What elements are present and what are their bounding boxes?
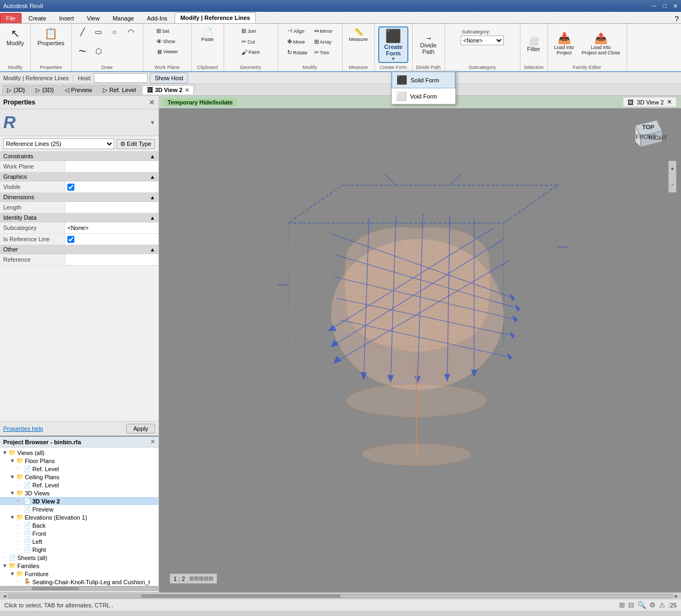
tree-item[interactable]: ▼📁Elevations (Elevation 1)	[0, 513, 158, 521]
divide-path-btn[interactable]: ⊸ Divide Path	[416, 26, 441, 63]
horizontal-scrollbar[interactable]: ◄ ►	[0, 592, 681, 599]
tree-item[interactable]: ·🪑Seating-Chair-Knoll-Tulip-Leg and Cush…	[0, 578, 158, 586]
close-btn[interactable]: ✕	[673, 3, 678, 10]
tree-item[interactable]: ·📄Left	[0, 537, 158, 545]
subcategory-select[interactable]: <None>	[461, 36, 504, 45]
tree-item[interactable]: ·📄Front	[0, 529, 158, 537]
show-workplane-btn[interactable]: 👁Show	[154, 37, 180, 46]
view-tab-preview[interactable]: ◁ Preview	[60, 85, 97, 95]
constraints-header[interactable]: Constraints ▲	[0, 152, 158, 161]
tab-modify-reference-lines[interactable]: Modify | Reference Lines	[175, 12, 256, 23]
length-value[interactable]	[65, 202, 158, 213]
tree-item[interactable]: ·📄Right	[0, 545, 158, 554]
cut-btn[interactable]: ✂Cut	[239, 37, 262, 47]
tree-item[interactable]: ·📄3D View 2	[0, 497, 158, 505]
properties-close-btn[interactable]: ✕	[149, 98, 155, 107]
viewport-close-btn[interactable]: ✕	[667, 99, 672, 106]
load-into-project-close-btn[interactable]: 📤 Load into Project and Close	[579, 26, 623, 62]
set-workplane-btn[interactable]: ⊞Set	[154, 26, 180, 36]
draw-poly-btn[interactable]: ⬡	[91, 45, 106, 58]
tree-item[interactable]: ▼📁Ceiling Plans	[0, 473, 158, 481]
edit-type-icon: ⚙	[120, 141, 126, 148]
tree-item[interactable]: ▼📁Floor Plans	[0, 457, 158, 465]
host-input[interactable]	[94, 73, 148, 83]
tab-insert[interactable]: Insert	[53, 13, 80, 23]
view-tab-3dview2[interactable]: 🖼 3D View 2 ✕	[142, 85, 194, 94]
tree-item[interactable]: ·📄Preview	[0, 505, 158, 513]
solid-form-option[interactable]: ⬛ Solid Form	[392, 72, 455, 88]
subcategory-value[interactable]: <None>	[65, 222, 158, 233]
draw-arc-btn[interactable]: ◠	[123, 26, 138, 39]
filter-btn[interactable]: ⬜ Filter	[524, 35, 544, 54]
browser-close-btn[interactable]: ✕	[150, 438, 155, 445]
view-tab-3d-2[interactable]: ▷ {3D}	[31, 85, 58, 95]
status-icon-4[interactable]: ⚙	[649, 601, 656, 609]
rotate-btn[interactable]: ↻Rotate	[284, 47, 310, 58]
status-icon-2[interactable]: ⊟	[628, 601, 634, 609]
identity-data-header[interactable]: Identity Data ▲	[0, 213, 158, 222]
tree-item[interactable]: ▼📁Furniture	[0, 570, 158, 578]
tab-create[interactable]: Create	[23, 13, 52, 23]
void-form-option[interactable]: ⬜ Void Form	[392, 88, 455, 104]
isrefline-checkbox[interactable]	[67, 236, 74, 243]
draw-line-btn[interactable]: ╱	[75, 26, 90, 39]
tree-item[interactable]: ▼📁Views (all)	[0, 449, 158, 457]
scroll-right-btn[interactable]: ►	[673, 593, 680, 599]
tab-view[interactable]: View	[81, 13, 106, 23]
draw-rect-btn[interactable]: ▭	[91, 26, 106, 39]
load-into-project-btn[interactable]: 📥 Load into Project	[551, 26, 578, 62]
graphics-header[interactable]: Graphics ▲	[0, 172, 158, 181]
tree-item[interactable]: ▼📁Families	[0, 562, 158, 570]
tab-file[interactable]: File	[0, 13, 22, 23]
visible-checkbox[interactable]	[67, 184, 74, 191]
tree-item[interactable]: ·📄Ref. Level	[0, 481, 158, 489]
modify-select-btn[interactable]: ↖ Modify	[3, 26, 27, 48]
tree-item[interactable]: ·📄Ref. Level	[0, 465, 158, 473]
paint-btn[interactable]: 🖌Paint	[239, 47, 262, 57]
view-tab-close-btn[interactable]: ✕	[185, 87, 189, 93]
scroll-left-btn[interactable]: ◄	[1, 593, 8, 599]
status-icon-1[interactable]: ⊞	[619, 601, 625, 609]
warning-icon[interactable]: ⚠	[659, 601, 665, 609]
paste-btn[interactable]: 📄 Paste	[197, 26, 218, 44]
other-header[interactable]: Other ▲	[0, 245, 158, 254]
dimensions-header[interactable]: Dimensions ▲	[0, 193, 158, 202]
draw-circle-btn[interactable]: ○	[107, 26, 122, 39]
zoom-control[interactable]: + -	[668, 160, 677, 193]
visible-value[interactable]	[65, 181, 158, 192]
browser-tree[interactable]: ▼📁Views (all)▼📁Floor Plans·📄Ref. Level▼📁…	[0, 447, 158, 586]
tab-manage[interactable]: Manage	[107, 13, 140, 23]
join-btn[interactable]: ⊞Join	[239, 26, 262, 36]
viewer-btn[interactable]: 🖥Viewer	[154, 47, 180, 57]
minimize-btn[interactable]: ─	[652, 3, 657, 10]
tree-item[interactable]: ·📄Sheets (all)	[0, 554, 158, 562]
help-icon[interactable]: ?	[675, 15, 681, 23]
viewport[interactable]: Temporary Hide/Isolate 🖼 3D View 2 ✕	[159, 96, 681, 592]
view-tab-3d-1[interactable]: ▷ {3D}	[2, 85, 30, 95]
show-host-btn[interactable]: Show Host	[150, 73, 188, 83]
isrefline-value[interactable]	[65, 234, 158, 244]
apply-btn[interactable]: Apply	[126, 424, 155, 433]
navcube[interactable]: TOP FRONT RIGHT	[627, 112, 670, 155]
tree-item[interactable]: ▼📁3D Views	[0, 489, 158, 497]
trim-btn[interactable]: ✂Trim	[311, 47, 336, 58]
workplane-value[interactable]	[65, 161, 158, 172]
edit-type-btn[interactable]: ⚙ Edit Type	[116, 139, 155, 149]
tab-addins[interactable]: Add-Ins	[141, 13, 173, 23]
properties-btn[interactable]: 📋 Properties	[34, 26, 67, 48]
browser-scrollbar[interactable]	[0, 586, 158, 592]
array-btn[interactable]: ⊞Array	[311, 37, 336, 47]
mirror-btn[interactable]: ⇔Mirror	[311, 26, 336, 36]
measure-btn[interactable]: 📏 Measure	[346, 26, 371, 44]
type-select-dropdown[interactable]: Reference Lines (25)	[3, 138, 114, 149]
maximize-btn[interactable]: □	[663, 3, 666, 10]
draw-spline-btn[interactable]: 〜	[75, 45, 90, 58]
properties-help-link[interactable]: Properties help	[3, 425, 43, 432]
tree-item[interactable]: ·📄Back	[0, 521, 158, 529]
view-tab-reflevel[interactable]: ▷ Ref. Level	[98, 85, 141, 95]
reference-value[interactable]	[65, 254, 158, 265]
create-form-btn[interactable]: ⬛ Create Form ▼	[378, 26, 408, 63]
status-icon-3[interactable]: 🔍	[637, 601, 646, 609]
move-btn[interactable]: ✥Move	[284, 37, 310, 47]
align-btn[interactable]: ⊣Align	[284, 26, 310, 36]
